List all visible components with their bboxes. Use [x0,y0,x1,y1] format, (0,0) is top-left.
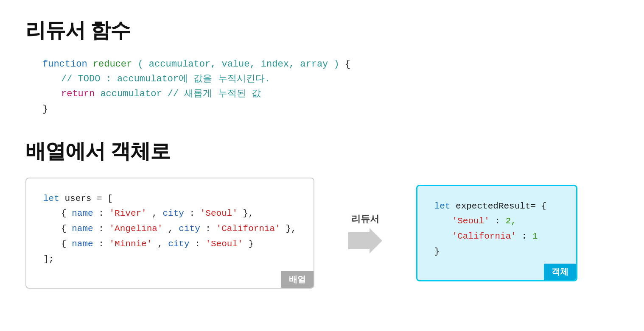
section2-title: 배열에서 객체로 [25,138,619,165]
arrow-icon [348,228,382,253]
object-box: let expectedResult= { 'Seoul' : 2, 'Cali… [416,185,577,282]
params: ( accumulator, value, index, array ) [137,59,339,70]
code-block-1: function reducer ( accumulator, value, i… [42,57,619,117]
arr-line-1: let users = [ [43,191,297,206]
code-line-2: // TODO : accumulator에 값을 누적시킨다. [61,72,619,86]
return-value: accumulator [100,89,162,99]
array-code: let users = [ { name : 'River' , city : … [43,191,297,267]
arr-line-3: { name : 'Angelina' , city : 'California… [61,221,297,236]
section1-title: 리듀서 함수 [25,17,619,44]
svg-marker-0 [348,228,382,253]
object-badge: 객체 [544,264,576,280]
array-badge: 배열 [281,271,314,288]
arrow-container: 리듀서 [340,213,391,253]
keyword-return: return [61,89,95,99]
obj-line-4: } [434,244,559,259]
keyword-function: function [42,59,87,70]
array-box: let users = [ { name : 'River' , city : … [25,178,314,289]
code-line-3: return accumulator // 새롭게 누적된 값 [61,86,619,101]
obj-line-1: let expectedResult= { [434,199,559,214]
bottom-section: let users = [ { name : 'River' , city : … [25,178,619,289]
arr-line-4: { name : 'Minnie' , city : 'Seoul' } [61,236,297,252]
return-comment: // 새롭게 누적된 값 [168,89,261,99]
object-code: let expectedResult= { 'Seoul' : 2, 'Cali… [434,199,559,259]
function-name: reducer [93,59,132,70]
arr-line-2: { name : 'River' , city : 'Seoul' }, [61,206,297,221]
arrow-label: 리듀서 [351,213,379,225]
arr-line-5: ]; [43,252,297,267]
obj-line-3: 'California' : 1 [452,229,559,244]
obj-line-2: 'Seoul' : 2, [452,214,559,229]
code-line-1: function reducer ( accumulator, value, i… [42,57,619,72]
comment-line: // TODO : accumulator에 값을 누적시킨다. [61,74,270,84]
code-line-4: } [42,102,619,117]
